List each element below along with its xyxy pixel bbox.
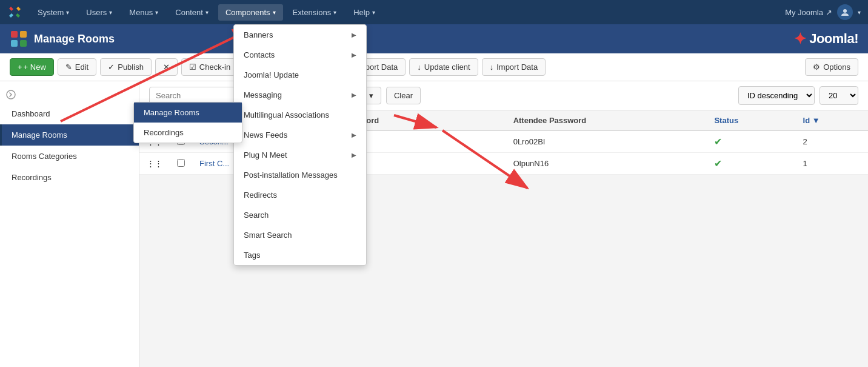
- row1-att-password: 0Lro02BI: [506, 130, 707, 153]
- toolbar: + + New ✎ Edit ✓ Publish ✕ ☑ Check-in ⊞ …: [0, 53, 868, 81]
- top-navbar: System ▾ Users ▾ Menus ▾ Content ▾ Compo…: [0, 0, 868, 24]
- row2-name-link[interactable]: First C...: [199, 159, 229, 168]
- page-title: Manage Rooms: [34, 33, 115, 45]
- menu-item-search[interactable]: Search: [234, 205, 366, 225]
- import-button[interactable]: ↓ Import Data: [482, 58, 546, 76]
- sidebar-toggle[interactable]: [0, 86, 139, 103]
- main-layout: Dashboard Manage Rooms Rooms Categories …: [0, 81, 868, 367]
- status-check-icon: ✔: [714, 136, 722, 147]
- col-status-header[interactable]: Status: [707, 110, 795, 130]
- nav-content[interactable]: Content ▾: [168, 4, 216, 21]
- checkin-button[interactable]: ☑ Check-in: [181, 58, 238, 76]
- check-icon: ✓: [108, 62, 115, 72]
- joomla-top-icon: [7, 5, 22, 19]
- checkin-icon: ☑: [189, 62, 196, 72]
- edit-icon: ✎: [65, 62, 72, 72]
- menus-caret: ▾: [155, 9, 158, 16]
- extensions-caret: ▾: [333, 9, 336, 16]
- col-att-password-header: Attendee Password: [506, 110, 707, 130]
- plug-n-meet-submenu: Manage Rooms Recordings: [133, 102, 242, 143]
- x-icon: ✕: [163, 62, 170, 72]
- system-caret: ▾: [66, 9, 69, 16]
- components-dropdown: Banners Contacts Joomla! Update Messagin…: [233, 24, 367, 266]
- joomla-brand: [10, 30, 28, 48]
- edit-button[interactable]: ✎ Edit: [58, 58, 96, 76]
- joomla-logo-text: Joomla!: [809, 31, 858, 47]
- menu-item-smart-search[interactable]: Smart Search: [234, 225, 366, 245]
- nav-help[interactable]: Help ▾: [346, 4, 382, 21]
- users-caret: ▾: [109, 9, 112, 16]
- sidebar-item-manage-rooms[interactable]: Manage Rooms: [0, 124, 139, 146]
- submenu-recordings[interactable]: Recordings: [134, 123, 242, 143]
- status-check-icon: ✔: [714, 158, 722, 169]
- options-button[interactable]: ⚙ Options: [805, 58, 858, 76]
- content-caret: ▾: [205, 9, 209, 16]
- menu-item-plug-n-meet[interactable]: Plug N Meet: [234, 145, 366, 165]
- row2-status[interactable]: ✔: [707, 153, 795, 175]
- help-caret: ▾: [372, 9, 375, 16]
- update-icon: ↓: [417, 62, 421, 72]
- row2-order: ⋮⋮: [139, 153, 170, 175]
- svg-rect-3: [11, 40, 18, 47]
- user-avatar-button[interactable]: [837, 4, 853, 20]
- row2-checkbox[interactable]: [177, 159, 185, 167]
- row2-id: 1: [796, 153, 868, 175]
- user-menu-caret: ▾: [858, 9, 861, 16]
- new-button[interactable]: + + New: [10, 58, 54, 76]
- menu-item-news-feeds[interactable]: News Feeds: [234, 125, 366, 145]
- col-id-header[interactable]: Id ▼: [796, 110, 868, 130]
- row1-id: 2: [796, 130, 868, 153]
- nav-system[interactable]: System ▾: [30, 4, 76, 21]
- menu-item-joomla-update[interactable]: Joomla! Update: [234, 65, 366, 85]
- sub-header: Manage Rooms ✦ Joomla!: [0, 24, 868, 53]
- external-link-icon: ↗: [826, 8, 832, 17]
- nav-components[interactable]: Components ▾: [218, 4, 283, 21]
- batch-tools-caret: ▾: [369, 91, 373, 100]
- status-sort-link[interactable]: Status: [714, 116, 788, 125]
- toggle-icon: [6, 90, 16, 99]
- joomla-brand-icon: [10, 30, 28, 48]
- row2-check[interactable]: [170, 153, 192, 175]
- svg-rect-1: [11, 31, 18, 38]
- clear-button[interactable]: Clear: [386, 87, 421, 104]
- sub-header-left: Manage Rooms: [10, 30, 115, 48]
- update-client-button[interactable]: ↓ Update client: [409, 58, 478, 76]
- row1-status[interactable]: ✔: [707, 130, 795, 153]
- nav-extensions[interactable]: Extensions ▾: [285, 4, 344, 21]
- row2-att-password: OlpunN16: [506, 153, 707, 175]
- sidebar-item-recordings[interactable]: Recordings: [0, 167, 139, 188]
- nav-users[interactable]: Users ▾: [79, 4, 119, 21]
- menu-item-post-installation[interactable]: Post-installation Messages: [234, 165, 366, 185]
- unpublish-button[interactable]: ✕: [155, 58, 178, 76]
- menu-item-banners[interactable]: Banners: [234, 25, 366, 45]
- menu-item-tags[interactable]: Tags: [234, 245, 366, 265]
- import-icon: ↓: [490, 62, 494, 72]
- components-caret: ▾: [273, 9, 276, 16]
- top-navbar-left: System ▾ Users ▾ Menus ▾ Content ▾ Compo…: [7, 4, 382, 21]
- id-sort-link[interactable]: Id ▼: [803, 116, 861, 125]
- svg-rect-2: [20, 31, 27, 38]
- joomla-logo-star: ✦: [793, 30, 807, 49]
- menu-item-redirects[interactable]: Redirects: [234, 185, 366, 205]
- publish-button[interactable]: ✓ Publish: [100, 58, 152, 76]
- user-icon: [841, 8, 849, 16]
- sort-select[interactable]: ID descending ID ascending Name: [738, 86, 815, 105]
- svg-rect-4: [20, 40, 27, 47]
- joomla-logo-small: [7, 5, 22, 19]
- joomla-logo-right: ✦ Joomla!: [793, 30, 858, 49]
- sidebar: Dashboard Manage Rooms Rooms Categories …: [0, 81, 139, 367]
- per-page-select[interactable]: 20 50 100: [820, 86, 858, 105]
- my-joomla-link[interactable]: My Joomla ↗: [785, 8, 832, 17]
- submenu-manage-rooms[interactable]: Manage Rooms: [134, 103, 242, 123]
- gear-icon: ⚙: [813, 62, 820, 72]
- svg-point-0: [843, 9, 847, 13]
- nav-menus[interactable]: Menus ▾: [122, 4, 165, 21]
- sidebar-item-dashboard[interactable]: Dashboard: [0, 103, 139, 124]
- top-navbar-right: My Joomla ↗ ▾: [785, 4, 861, 20]
- menu-item-messaging[interactable]: Messaging: [234, 85, 366, 105]
- menu-item-contacts[interactable]: Contacts: [234, 45, 366, 65]
- sidebar-item-rooms-categories[interactable]: Rooms Categories: [0, 146, 139, 167]
- menu-item-multilingual[interactable]: Multilingual Associations: [234, 105, 366, 125]
- plus-icon: +: [18, 62, 22, 72]
